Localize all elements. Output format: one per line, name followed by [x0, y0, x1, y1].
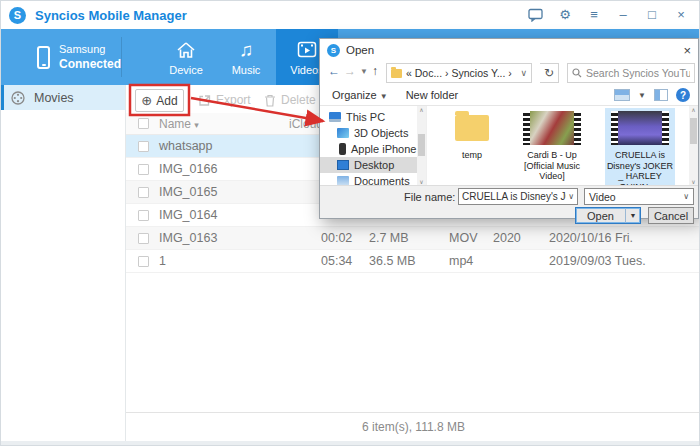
forward-arrow-icon[interactable]: →: [344, 64, 356, 78]
organize-menu[interactable]: Organize ▼: [332, 89, 388, 101]
tab-device-label: Device: [169, 64, 203, 76]
help-icon[interactable]: ?: [676, 88, 690, 102]
documents-icon: [337, 176, 349, 185]
refresh-icon[interactable]: ↻: [540, 63, 559, 83]
cube-icon: [337, 128, 349, 138]
plus-icon: ⊕: [141, 93, 152, 108]
row-checkbox[interactable]: [138, 187, 149, 198]
chevron-down-icon: ∨: [683, 192, 689, 201]
file-label: temp: [437, 150, 507, 161]
row-checkbox[interactable]: [138, 141, 149, 152]
row-name: IMG_0164: [159, 208, 217, 222]
table-row[interactable]: IMG_0163 00:02 2.7 MB MOV 2020 2020/10/1…: [126, 227, 700, 250]
export-button-label: Export: [216, 93, 251, 107]
row-checkbox[interactable]: [138, 233, 149, 244]
sidebar: Movies: [1, 85, 126, 446]
files-scrollbar[interactable]: ∧∨: [689, 106, 698, 185]
file-type-value: Video: [589, 191, 681, 203]
folder-icon: [391, 69, 402, 78]
delete-button[interactable]: Delete: [264, 93, 316, 107]
sidebar-item-movies[interactable]: Movies: [1, 85, 125, 110]
tab-device[interactable]: Device: [156, 29, 216, 85]
app-window: S Syncios Mobile Manager ⚙ ≡ – □ × Samsu…: [0, 0, 700, 446]
up-arrow-icon[interactable]: ↑: [372, 64, 378, 78]
search-placeholder: Search Syncios YouTube Vid...: [586, 67, 690, 79]
close-icon[interactable]: ×: [683, 43, 691, 58]
view-mode-icon[interactable]: [614, 89, 630, 101]
new-folder-button[interactable]: New folder: [406, 89, 459, 101]
back-arrow-icon[interactable]: ←: [328, 64, 340, 78]
maximize-icon[interactable]: □: [644, 7, 660, 23]
view-mode-dropdown-icon[interactable]: ▼: [638, 91, 646, 100]
syncios-logo-icon: S: [9, 7, 26, 24]
home-icon: [176, 39, 196, 61]
chevron-down-icon: ∨: [568, 192, 574, 201]
file-label: Cardi B - Up [Official Music Video]: [517, 150, 587, 182]
export-button[interactable]: Export: [198, 93, 251, 107]
breadcrumb[interactable]: « Doc... › Syncios Y... ›: [406, 67, 516, 79]
file-name-input[interactable]: CRUELLA is Disney's JOKER _ HARI ∨: [458, 188, 578, 205]
settings-gear-icon[interactable]: ⚙: [557, 7, 573, 23]
dialog-titlebar: S Open ×: [320, 39, 698, 61]
file-tile-cardi[interactable]: Cardi B - Up [Official Music Video]: [517, 108, 587, 182]
minimize-icon[interactable]: –: [615, 7, 631, 23]
iphone-icon: [339, 143, 346, 155]
row-checkbox[interactable]: [138, 210, 149, 221]
address-dropdown-icon[interactable]: ∨: [520, 68, 527, 78]
sort-arrow-icon: ▾: [194, 120, 199, 130]
device-name: Samsung: [59, 43, 121, 55]
tree-scrollbar[interactable]: ∧∨: [417, 106, 426, 185]
cancel-button[interactable]: Cancel: [648, 207, 694, 224]
row-date: 2020/10/16 Fri.: [549, 231, 633, 245]
row-name: whatsapp: [159, 139, 213, 153]
folder-tree: This PC 3D Objects Apple iPhone Desktop …: [320, 106, 426, 185]
feedback-icon[interactable]: [528, 8, 544, 22]
row-date: 2019/09/03 Tues.: [549, 254, 646, 268]
status-bar: 6 item(s), 111.8 MB: [126, 413, 700, 441]
dialog-title: Open: [346, 44, 374, 56]
row-duration: 00:02: [321, 231, 352, 245]
open-dialog: S Open × ← → ▼ ↑ « Doc... › Syncios Y...…: [319, 38, 699, 219]
table-row[interactable]: 1 05:34 36.5 MB mp4 2019/09/03 Tues.: [126, 250, 700, 273]
add-button[interactable]: ⊕ Add: [135, 89, 184, 112]
dialog-nav-bar: ← → ▼ ↑ « Doc... › Syncios Y... › ∨ ↻ Se…: [320, 61, 698, 85]
file-tile-temp[interactable]: temp: [437, 108, 507, 161]
music-note-icon: ♫: [239, 39, 253, 61]
row-type: MOV: [449, 231, 477, 245]
open-button[interactable]: Open ▼: [575, 207, 641, 224]
row-name: IMG_0163: [159, 231, 217, 245]
search-input[interactable]: Search Syncios YouTube Vid...: [567, 63, 695, 83]
syncios-logo-icon: S: [327, 44, 340, 57]
chevron-down-icon: ▼: [380, 92, 388, 101]
address-bar[interactable]: « Doc... › Syncios Y... › ∨: [386, 63, 532, 83]
device-card[interactable]: Samsung Connected: [1, 29, 121, 85]
row-checkbox[interactable]: [138, 164, 149, 175]
close-icon[interactable]: ×: [673, 7, 689, 23]
dialog-body: This PC 3D Objects Apple iPhone Desktop …: [320, 106, 698, 185]
tab-music[interactable]: ♫ Music: [216, 29, 276, 85]
export-icon: [198, 94, 211, 107]
column-name[interactable]: Name ▾: [159, 117, 199, 131]
nav-history-dropdown-icon[interactable]: ▼: [360, 67, 368, 76]
row-duration: 05:34: [321, 254, 352, 268]
tree-item-3d-objects[interactable]: 3D Objects: [320, 125, 426, 141]
tree-item-apple-iphone[interactable]: Apple iPhone: [320, 141, 426, 157]
tree-item-desktop[interactable]: Desktop: [320, 157, 426, 173]
videos-icon: [297, 39, 317, 61]
tree-item-documents[interactable]: Documents: [320, 173, 426, 185]
phone-icon: [37, 46, 50, 69]
open-split-dropdown-icon[interactable]: ▼: [625, 208, 640, 223]
add-button-label: Add: [156, 94, 177, 108]
menu-icon[interactable]: ≡: [586, 7, 602, 23]
file-type-select[interactable]: Video ∨: [584, 188, 694, 205]
column-icloud[interactable]: iCloud: [289, 117, 323, 131]
window-bottom-edge: [1, 441, 700, 446]
preview-pane-icon[interactable]: [654, 89, 668, 101]
header-checkbox[interactable]: [138, 118, 149, 129]
row-checkbox[interactable]: [138, 256, 149, 267]
video-thumbnail: [523, 111, 581, 145]
dialog-footer: File name: CRUELLA is Disney's JOKER _ H…: [320, 185, 698, 218]
video-thumbnail: [611, 111, 669, 145]
tree-item-this-pc[interactable]: This PC: [320, 109, 426, 125]
file-list: temp Cardi B - Up [Official Music Video]…: [426, 106, 698, 185]
